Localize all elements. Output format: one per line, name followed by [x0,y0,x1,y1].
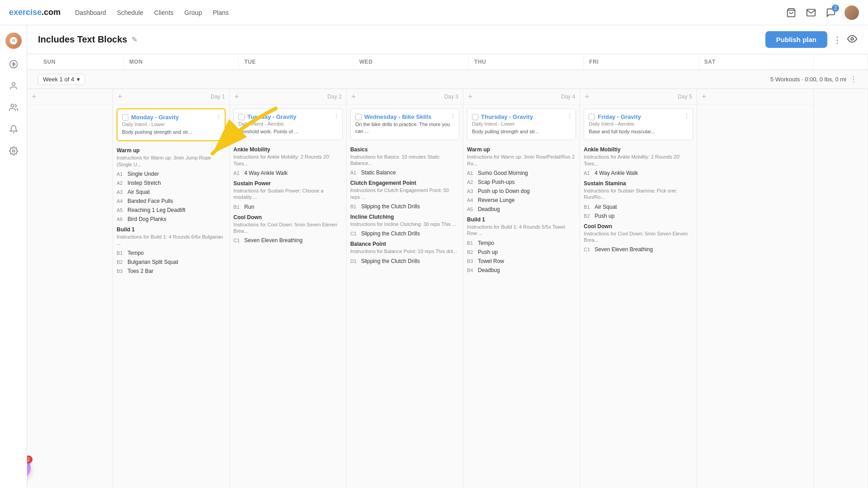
friday-workout-checkbox[interactable] [589,114,595,120]
user-avatar[interactable] [844,5,859,20]
mon-section-1-desc: Instructions for Build 1: 4 Rounds 6/6x … [113,234,229,249]
mon-exercise-1: A2Instep Stretch [113,178,229,188]
mon-exercise-7: B2Bulgarian Split Squat [113,258,229,267]
wednesday-workout-card[interactable]: Wednesday - Bike Skills ⋮ On the bike dr… [350,108,459,140]
mail-icon[interactable] [805,6,817,19]
sidebar [0,25,27,488]
extra-column [814,89,868,488]
summary-more-icon[interactable]: ⋮ [850,75,857,84]
nav-schedule[interactable]: Schedule [117,9,143,16]
monday-workout-checkbox[interactable] [122,114,128,121]
add-thursday-btn[interactable]: + [468,93,473,101]
nav-clients[interactable]: Clients [154,9,174,16]
shopping-bag-icon[interactable] [785,6,797,19]
friday-column: + Day 5 Friday - Gravity ⋮ Daily Intent … [580,89,697,488]
tue-section-1-desc: Instructions for Sustain Power: Choose a… [230,188,346,202]
monday-column: + Day 1 Monday - Gravity ⋮ Daily Intent … [113,89,230,488]
wed-exercise-1: B1Slipping the Clutch Drills [347,202,463,211]
day-header-wed: WED [354,54,469,70]
content-header: Includes Text Blocks ✎ Publish plan ⋮ [27,25,868,54]
thu-exercise-6: B2Push up [463,248,580,257]
add-tuesday-btn[interactable]: + [234,93,239,101]
add-monday-btn[interactable]: + [118,93,123,101]
tuesday-card-menu[interactable]: ⋮ [333,113,340,120]
logo-text: exercise [9,8,42,17]
wed-exercise-3: D1Slipping the Clutch Drills [347,257,463,266]
tuesday-workout-checkbox[interactable] [238,114,245,120]
publish-plan-button[interactable]: Publish plan [765,31,827,48]
tuesday-header: + Day 2 [230,89,346,105]
fri-section-1-name: Sustain Stamina [580,178,696,188]
sidebar-settings-icon[interactable] [7,145,20,157]
mon-exercise-8: B3Toes 2 Bar [113,267,229,276]
friday-workout-card[interactable]: Friday - Gravity ⋮ Daily Intent - Aerobi… [584,108,693,140]
wed-section-3-desc: Instructions for Balance Point: 10 reps … [347,248,463,256]
nav-plans[interactable]: Plans [213,9,229,16]
tuesday-workout-title: Tuesday - Gravity [238,113,337,120]
friday-card-menu[interactable]: ⋮ [684,113,690,120]
thu-section-1-desc: Instructions for Build 1: 4 Rounds 5/5x … [463,224,580,239]
wednesday-day-number: Day 3 [444,94,458,100]
wednesday-card-menu[interactable]: ⋮ [450,113,456,120]
add-wednesday-btn[interactable]: + [351,93,356,101]
thursday-workout-card[interactable]: Thursday - Gravity ⋮ Daily Intent - Lowe… [467,108,576,140]
wednesday-workout-checkbox[interactable] [355,114,362,120]
sidebar-avatar[interactable] [5,33,22,49]
mon-exercise-2: A3Air Squat [113,188,229,197]
svg-point-4 [12,150,14,152]
more-options-icon[interactable]: ⋮ [833,34,842,45]
wed-section-1-name: Clutch Engagement Point [347,177,463,187]
view-icon[interactable] [847,34,857,46]
chat-icon[interactable]: 2 [825,6,837,19]
mon-section-0-name: Warm up [113,145,229,155]
thu-exercise-8: B4Deadbug [463,266,580,275]
sidebar-dollar-icon[interactable] [7,58,20,70]
thursday-workout-title: Thursday - Gravity [472,113,571,120]
nav-group[interactable]: Group [184,9,202,16]
sidebar-group-icon[interactable] [7,101,20,114]
thursday-column: + Day 4 Thursday - Gravity ⋮ Daily Inten… [463,89,580,488]
add-friday-btn[interactable]: + [585,93,590,101]
nav-dashboard[interactable]: Dashboard [75,9,106,16]
sidebar-person-icon[interactable] [7,80,20,92]
fri-exercise-2: B2Push up [580,211,696,221]
friday-intent-desc: Base and full body muscular... [589,128,688,135]
add-saturday-btn[interactable]: + [702,93,707,101]
fri-exercise-0: A14 Way Ankle Walk [580,169,696,178]
fri-section-0-desc: Instructions for Ankle Mobiltiy: 2 Round… [580,154,696,169]
fri-section-0-name: Ankle Mobiltiy [580,144,696,154]
thu-section-1-name: Build 1 [463,214,580,224]
monday-workout-card[interactable]: Monday - Gravity ⋮ Daily Intent - Lower … [117,108,226,141]
thursday-workout-checkbox[interactable] [472,114,478,120]
wednesday-column: + Day 3 Wednesday - Bike Skills ⋮ On the… [347,89,463,488]
day-header-sat: SAT [699,54,814,70]
mon-exercise-6: B1Tempo [113,249,229,258]
sunday-header: + [27,89,113,105]
week-selector-label: Week 1 of 4 [43,76,74,83]
monday-card-menu[interactable]: ⋮ [216,113,222,120]
thursday-intent-desc: Body pulling strength and str... [472,128,571,135]
chat-badge: 2 [832,5,839,12]
saturday-column: + [697,89,814,488]
tue-section-2-name: Cool Down [230,211,346,221]
workouts-summary: 5 Workouts · 0:00, 0 lbs, 0 mi [770,76,846,83]
edit-title-icon[interactable]: ✎ [132,35,137,44]
thu-exercise-7: B3Towel Row [463,257,580,266]
wed-section-1-desc: Instructions for Clutch Engagement Point… [347,187,463,202]
sidebar-bell-icon[interactable] [7,123,20,136]
monday-day-number: Day 1 [211,94,225,100]
top-nav: exercise.com Dashboard Schedule Clients … [0,0,868,25]
mon-exercise-5: A6Bird Dog Planks [113,215,229,224]
nav-links: Dashboard Schedule Clients Group Plans [75,9,229,16]
mon-exercise-3: A4Banded Face Pulls [113,197,229,206]
tuesday-workout-card[interactable]: Tuesday - Gravity ⋮ Daily Intent - Aerob… [233,108,342,140]
monday-intent-desc: Body pushing strength and str... [122,129,220,136]
tuesday-column: + Day 2 Tuesday - Gravity ⋮ Daily Intent… [230,89,346,488]
thu-section-0-name: Warm up [463,144,580,154]
add-sunday-btn[interactable]: + [32,93,37,101]
logo[interactable]: exercise.com [9,8,61,17]
thursday-card-menu[interactable]: ⋮ [566,113,573,120]
week-selector[interactable]: Week 1 of 4 ▾ [38,74,85,85]
page-title: Includes Text Blocks [38,34,127,45]
day-header-fri: FRI [584,54,698,70]
